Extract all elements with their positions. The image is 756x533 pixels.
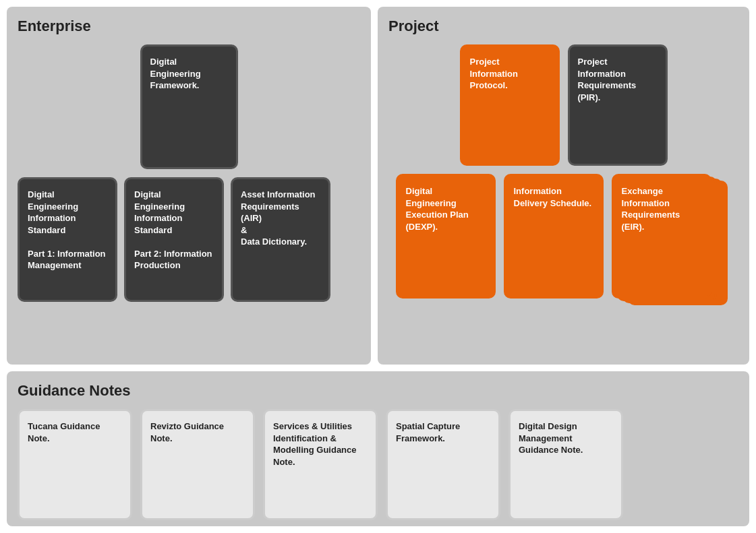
dexp-card[interactable]: Digital Engineering Execution Plan (DEXP… xyxy=(396,174,496,299)
deis-part2-card[interactable]: Digital Engineering Information Standard… xyxy=(124,177,224,302)
deis-part1-card[interactable]: Digital Engineering Information Standard… xyxy=(18,177,117,302)
project-section: Project Project Information Protocol. Pr… xyxy=(378,7,749,365)
project-title: Project xyxy=(388,18,738,35)
spatial-capture-card[interactable]: Spatial Capture Framework. xyxy=(386,409,500,520)
guidance-section: Guidance Notes Tucana Guidance Note. Rev… xyxy=(7,371,749,526)
pir-card[interactable]: Project Information Requirements (PIR). xyxy=(568,44,668,166)
project-bottom-row: Digital Engineering Execution Plan (DEXP… xyxy=(388,174,738,299)
revizto-card[interactable]: Revizto Guidance Note. xyxy=(140,409,255,520)
eir-stacked-cards[interactable]: Exchange Information Requirements (EIR). xyxy=(612,174,732,299)
services-utilities-card[interactable]: Services & Utilities Identification & Mo… xyxy=(263,409,378,520)
guidance-cards-row: Tucana Guidance Note. Revizto Guidance N… xyxy=(18,409,738,520)
enterprise-title: Enterprise xyxy=(18,18,360,35)
air-card[interactable]: Asset Information Requirements (AIR)&Dat… xyxy=(231,177,330,302)
enterprise-section: Enterprise Digital Engineering Framework… xyxy=(7,7,371,365)
ids-card[interactable]: Information Delivery Schedule. xyxy=(504,174,604,299)
tucana-card[interactable]: Tucana Guidance Note. xyxy=(18,409,132,520)
enterprise-top-row: Digital Engineering Framework. xyxy=(18,44,360,169)
digital-design-card[interactable]: Digital Design Management Guidance Note. xyxy=(508,409,623,520)
project-top-row: Project Information Protocol. Project In… xyxy=(388,44,738,166)
guidance-title: Guidance Notes xyxy=(18,382,738,400)
enterprise-bottom-row: Digital Engineering Information Standard… xyxy=(18,177,360,302)
pip-card[interactable]: Project Information Protocol. xyxy=(460,44,560,166)
eir-card[interactable]: Exchange Information Requirements (EIR). xyxy=(612,174,711,299)
framework-card[interactable]: Digital Engineering Framework. xyxy=(140,44,238,169)
